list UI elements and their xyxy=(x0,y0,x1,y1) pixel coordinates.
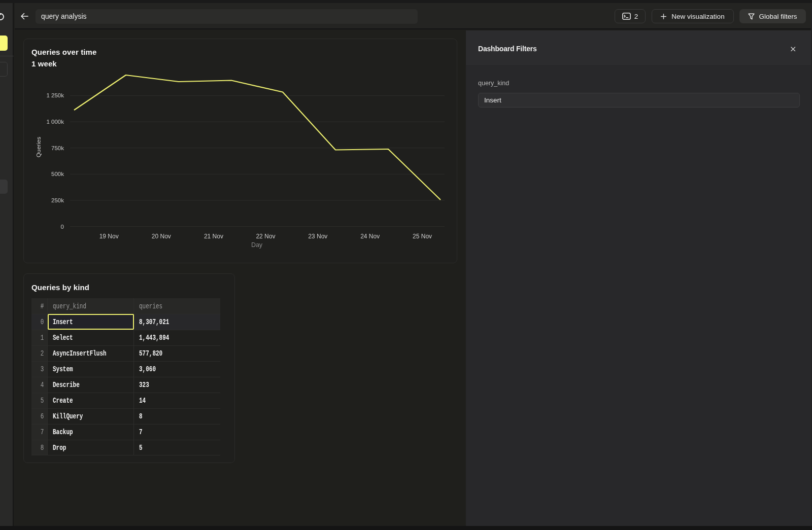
svg-text:19 Nov: 19 Nov xyxy=(99,233,119,240)
svg-text:24 Nov: 24 Nov xyxy=(360,233,380,240)
svg-text:21 Nov: 21 Nov xyxy=(204,233,223,240)
svg-text:Day: Day xyxy=(251,241,263,249)
svg-text:0: 0 xyxy=(61,224,64,230)
svg-text:25 Nov: 25 Nov xyxy=(413,233,432,240)
svg-text:Queries: Queries xyxy=(36,137,42,158)
svg-text:750k: 750k xyxy=(51,145,64,151)
svg-text:1 250k: 1 250k xyxy=(46,92,64,98)
svg-text:250k: 250k xyxy=(51,197,64,203)
svg-text:500k: 500k xyxy=(51,171,64,177)
svg-text:22 Nov: 22 Nov xyxy=(256,233,275,240)
svg-text:23 Nov: 23 Nov xyxy=(308,233,327,240)
svg-text:1 000k: 1 000k xyxy=(46,119,64,125)
svg-text:20 Nov: 20 Nov xyxy=(152,233,171,240)
